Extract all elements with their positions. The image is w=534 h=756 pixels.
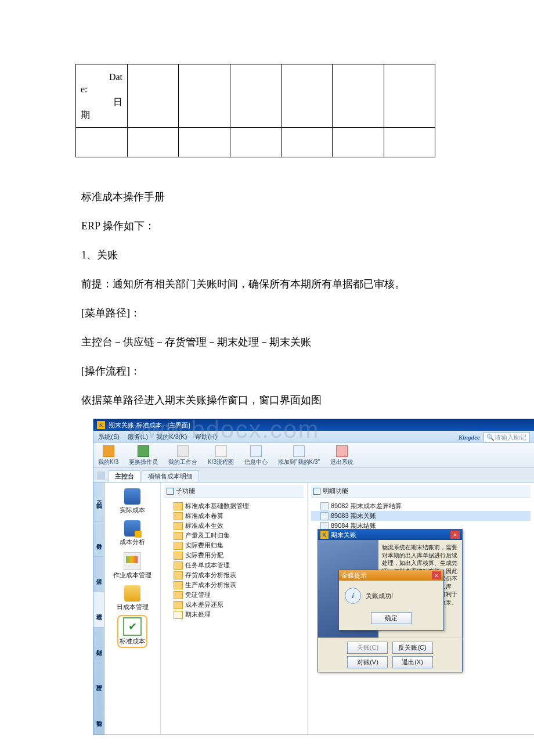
toolbar-exit-button[interactable]: 退出系统: [330, 445, 353, 466]
folder-icon: [174, 571, 183, 579]
toolbar-flowchart-button[interactable]: K/3流程图: [208, 445, 234, 466]
doc-line: 依据菜单路径进入期末关账操作窗口，窗口界面如图: [81, 390, 476, 411]
menu-help[interactable]: 帮助(H): [195, 433, 217, 441]
workspace: 我的 K/3 财务会计 供应链 成本管理 计划处理 生产管理 商业智能 系统设置…: [93, 483, 534, 735]
doc-line: 前提：通知所有相关部门关账时间，确保所有本期所有单据都已审核。: [81, 273, 476, 294]
toolbar-info-button[interactable]: 信息中心: [244, 445, 268, 466]
doc-line: [操作流程]：: [81, 361, 476, 381]
subfunc-item[interactable]: 产量及工时归集: [164, 531, 304, 541]
ribbon-syssetting[interactable]: 系统设置: [93, 734, 104, 756]
ribbon-cost[interactable]: 成本管理: [93, 592, 104, 628]
unclose-account-button[interactable]: 反关账(C): [392, 642, 433, 654]
tab-detail[interactable]: 项销售成本明细: [142, 470, 199, 482]
ribbon-bi[interactable]: 商业智能: [93, 699, 104, 734]
subfunc-item[interactable]: 标准成本卷算: [164, 511, 304, 521]
alert-titlebar: 金蝶提示 ×: [339, 570, 443, 581]
toolbar-addfav-button[interactable]: 添加到"我的K/3": [278, 445, 320, 466]
reconcile-button[interactable]: 对账(V): [347, 656, 388, 668]
tab-main[interactable]: 主控台: [109, 470, 140, 482]
help-search[interactable]: 🔍 请输入助记: [484, 432, 530, 442]
subfunc-item[interactable]: 成本差异还原: [164, 600, 304, 610]
square-icon: [313, 488, 320, 495]
ribbon-bar: 我的 K/3 财务会计 供应链 成本管理 计划处理 生产管理 商业智能 系统设置: [93, 483, 104, 735]
detail-item[interactable]: 89082 期末成本差异结算: [311, 501, 531, 511]
exit-button[interactable]: 退出(X): [392, 656, 433, 668]
nav-job-cost[interactable]: 作业成本管理: [113, 552, 151, 579]
info-icon: [250, 445, 262, 457]
content-area: 子功能 标准成本基础数据管理标准成本卷算标准成本生效产量及工时归集实际费用归集实…: [161, 483, 534, 735]
close-account-button[interactable]: 关账(C): [347, 642, 388, 654]
detail-header: 明细功能: [311, 485, 531, 498]
nav-actual-cost[interactable]: 实际成本: [120, 488, 145, 514]
document-body: 标准成本操作手册 ERP 操作如下： 1、关账 前提：通知所有相关部门关账时间，…: [81, 186, 476, 411]
nav-standard-cost[interactable]: 标准成本: [120, 617, 145, 646]
subfunc-list: 标准成本基础数据管理标准成本卷算标准成本生效产量及工时归集实际费用归集实际费用分…: [164, 501, 304, 620]
ribbon-produce[interactable]: 生产管理: [93, 663, 104, 699]
subfunc-item[interactable]: 实际费用分配: [164, 550, 304, 560]
subfunc-item[interactable]: 实际费用归集: [164, 541, 304, 550]
ribbon-supplychain[interactable]: 供应链: [93, 557, 104, 592]
menu-service[interactable]: 服务(L): [128, 433, 148, 441]
brand-area: Kingdee 🔍 请输入助记: [459, 432, 530, 442]
folder-icon: [174, 561, 183, 570]
dialog-titlebar: K期末关账 ×: [318, 530, 462, 540]
doc-line: 1、关账: [81, 244, 476, 265]
pin-icon[interactable]: [97, 471, 105, 480]
close-icon[interactable]: ×: [432, 571, 441, 579]
subfunc-item[interactable]: 凭证管理: [164, 590, 304, 600]
ok-button[interactable]: 确定: [371, 612, 412, 624]
folder-icon: [174, 542, 183, 550]
folder-icon: [174, 522, 183, 530]
folder-icon: [174, 591, 183, 599]
module-nav: 实际成本 成本分析 作业成本管理 日成本管理 标准成本: [104, 483, 161, 735]
folder-icon: [174, 502, 183, 510]
toolbar: 我的K/3 更换操作员 我的工作台 K/3流程图 信息中心 添加到"我的K/3"…: [93, 442, 534, 468]
ribbon-plan[interactable]: 计划处理: [93, 628, 104, 663]
nav-daily-cost[interactable]: 日成本管理: [117, 585, 149, 611]
subfunc-item[interactable]: 存货成本分析报表: [164, 570, 304, 580]
subfunc-item[interactable]: 生产成本分析报表: [164, 580, 304, 590]
table-cell: [179, 64, 230, 128]
subfunc-item[interactable]: 标准成本生效: [164, 521, 304, 531]
square-icon: [167, 488, 174, 495]
detail-item[interactable]: 89083 期末关账: [311, 511, 531, 521]
window-title: 期末关账-标准成本 - [主界面]: [109, 421, 190, 430]
subfunc-item[interactable]: 任务单成本管理: [164, 560, 304, 570]
table-cell: [384, 64, 435, 128]
folder-icon: [174, 512, 183, 520]
header-table: Dat e: 日 期: [75, 64, 435, 157]
toolbar-myk3-button[interactable]: 我的K/3: [98, 445, 118, 466]
close-icon[interactable]: ×: [450, 531, 460, 539]
table-cell: [179, 128, 230, 157]
ribbon-myk3[interactable]: 我的 K/3: [93, 486, 104, 521]
menu-myk3[interactable]: 我的K/3(K): [156, 433, 187, 441]
table-cell: [76, 128, 128, 157]
search-placeholder: 请输入助记: [495, 433, 526, 442]
toolbar-workbench-button[interactable]: 我的工作台: [168, 445, 197, 466]
toolbar-switchuser-button[interactable]: 更换操作员: [129, 445, 158, 466]
app-icon: K: [97, 421, 105, 429]
chart-icon: [124, 552, 141, 570]
subfunc-item[interactable]: 标准成本基础数据管理: [164, 501, 304, 511]
tab-bar: 主控台 项销售成本明细: [93, 468, 534, 483]
cube-lock-icon: [124, 520, 140, 537]
table-cell: [333, 64, 384, 128]
folder-icon: [174, 601, 183, 609]
box-icon: [124, 585, 140, 602]
k-icon: K: [320, 531, 329, 539]
doc-line: 标准成本操作手册: [81, 186, 476, 207]
nav-cost-analysis[interactable]: 成本分析: [120, 520, 145, 546]
dialog-title: K期末关账: [320, 531, 356, 539]
doc-icon: [320, 502, 329, 510]
table-cell: [333, 128, 384, 157]
doc-line: ERP 操作如下：: [81, 215, 476, 236]
alert-title: 金蝶提示: [341, 571, 367, 580]
doc-icon: [320, 512, 329, 520]
menu-system[interactable]: 系统(S): [98, 433, 120, 441]
check-icon: [123, 617, 142, 636]
folder-icon: [174, 611, 183, 619]
subfunc-item[interactable]: 期末处理: [164, 610, 304, 620]
menu-bar[interactable]: 系统(S) 服务(L) 我的K/3(K) 帮助(H) Kingdee 🔍 请输入…: [93, 431, 534, 442]
table-cell-date-label: Dat e: 日 期: [76, 64, 128, 128]
ribbon-finance[interactable]: 财务会计: [93, 521, 104, 557]
